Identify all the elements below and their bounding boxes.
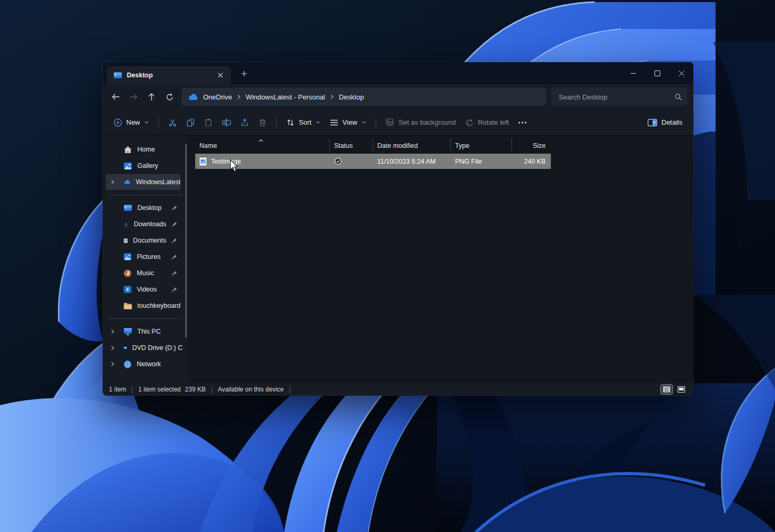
desktop-tab-icon [114, 72, 122, 79]
back-button[interactable] [107, 88, 125, 106]
details-view-toggle[interactable] [661, 385, 672, 394]
sidebar-item-dvd-drive[interactable]: DVD Drive (D:) C [106, 340, 183, 356]
column-header-status[interactable]: Status [330, 138, 373, 153]
paste-button[interactable] [199, 113, 217, 132]
breadcrumb-onedrive[interactable]: OneDrive [203, 93, 232, 101]
file-explorer-window: Desktop [103, 62, 693, 396]
expand-chevron-icon[interactable] [110, 345, 115, 350]
sidebar-item-videos[interactable]: Videos [106, 282, 183, 297]
more-options-button[interactable] [514, 113, 531, 132]
column-header-size[interactable]: Size [512, 138, 551, 153]
file-name-cell[interactable]: Testimage [195, 154, 330, 169]
tab-close-icon[interactable] [214, 69, 227, 82]
breadcrumb-chevron-icon[interactable] [237, 94, 241, 99]
minimize-button[interactable] [621, 62, 645, 84]
new-plus-icon [114, 118, 122, 127]
sort-ascending-icon[interactable] [258, 137, 264, 144]
file-date-cell: 11/10/2023 5:24 AM [373, 154, 451, 169]
sidebar-item-label: touchkeyboard [137, 302, 180, 309]
delete-button[interactable] [254, 113, 271, 132]
sidebar-item-label: Desktop [137, 204, 162, 212]
set-as-background-label: Set as background [399, 118, 456, 126]
column-header-date-modified[interactable]: Date modified [373, 138, 451, 153]
expand-chevron-icon[interactable] [110, 329, 115, 334]
refresh-button[interactable] [160, 88, 178, 106]
this-pc-icon [124, 328, 132, 335]
expand-chevron-icon[interactable] [110, 179, 115, 185]
breadcrumb-chevron-icon[interactable] [330, 94, 334, 99]
sidebar-item-home[interactable]: Home [106, 142, 183, 157]
toolbar-divider [376, 117, 376, 128]
sidebar-item-touchkeyboard[interactable]: touchkeyboard [106, 298, 183, 314]
column-header-type[interactable]: Type [451, 138, 512, 153]
sidebar-item-gallery[interactable]: Gallery [106, 158, 183, 174]
title-bar[interactable]: Desktop [103, 62, 693, 84]
expand-chevron-icon[interactable] [110, 362, 115, 367]
rotate-left-button[interactable]: Rotate left [460, 113, 514, 132]
navigation-pane: Home Gallery WindowsLatest Desktop [103, 136, 188, 383]
new-button[interactable]: New [109, 113, 154, 132]
breadcrumb-account[interactable]: WindowsLatest - Personal [246, 93, 325, 101]
view-toggles [661, 385, 687, 394]
rename-button[interactable] [217, 113, 236, 132]
sidebar-item-label: Pictures [137, 253, 160, 260]
dvd-drive-icon [124, 345, 127, 351]
sort-button[interactable]: Sort [281, 113, 325, 132]
breadcrumb-desktop[interactable]: Desktop [339, 93, 364, 101]
cut-button[interactable] [164, 113, 182, 132]
sidebar-item-downloads[interactable]: Downloads [106, 216, 183, 232]
more-icon [518, 122, 527, 124]
music-icon [124, 269, 132, 277]
share-button[interactable] [236, 113, 254, 132]
sort-icon [286, 118, 295, 127]
large-icons-view-toggle[interactable] [676, 385, 687, 394]
sidebar-item-desktop[interactable]: Desktop [106, 200, 183, 216]
tab-desktop[interactable]: Desktop [107, 66, 231, 84]
sidebar-item-label: DVD Drive (D:) C [132, 344, 183, 352]
column-header-name[interactable]: Name [195, 138, 330, 153]
search-placeholder: Search Desktop [559, 93, 608, 101]
sidebar-item-network[interactable]: Network [106, 356, 183, 372]
column-header-label: Status [334, 142, 353, 149]
close-button[interactable] [669, 62, 693, 84]
set-as-background-button[interactable]: Set as background [381, 113, 460, 132]
copy-button[interactable] [182, 113, 199, 132]
details-view-icon [663, 386, 670, 393]
copy-icon [186, 118, 195, 127]
pin-icon [172, 287, 183, 293]
details-button[interactable]: Details [643, 113, 687, 132]
status-item-count: 1 item [109, 386, 126, 393]
details-button-label: Details [661, 118, 682, 126]
network-icon [124, 360, 132, 368]
forward-button[interactable] [125, 88, 143, 106]
breadcrumb[interactable]: OneDrive WindowsLatest - Personal Deskto… [182, 88, 546, 106]
search-input[interactable]: Search Desktop [551, 88, 687, 106]
sidebar-item-documents[interactable]: Documents [106, 233, 183, 248]
plus-icon [241, 71, 247, 77]
cut-icon [168, 118, 177, 127]
mouse-cursor [230, 159, 239, 172]
rotate-left-label: Rotate left [478, 118, 509, 126]
file-list-pane: Name Status Date modified Type Size [188, 136, 693, 383]
sidebar-item-music[interactable]: Music [106, 265, 183, 281]
maximize-button[interactable] [645, 62, 669, 84]
desktop-folder-icon [124, 205, 132, 212]
view-icon [330, 119, 338, 126]
status-divider: | [132, 386, 133, 393]
close-icon [679, 71, 685, 76]
sidebar-scrollbar[interactable] [185, 144, 187, 338]
rename-icon [222, 118, 231, 127]
file-row-testimage[interactable]: Testimage 11/10/2023 5:24 AM PNG File 24… [195, 154, 551, 169]
new-tab-button[interactable] [236, 66, 252, 82]
up-button[interactable] [143, 88, 160, 106]
sidebar-item-pictures[interactable]: Pictures [106, 249, 183, 265]
png-file-icon [199, 157, 207, 166]
sidebar-item-label: Home [137, 146, 155, 153]
column-header-label: Name [199, 142, 217, 149]
view-button[interactable]: View [325, 113, 371, 132]
sidebar-item-windowslatest-onedrive[interactable]: WindowsLatest [106, 174, 180, 190]
share-icon [240, 118, 249, 127]
sidebar-item-this-pc[interactable]: This PC [106, 324, 183, 339]
large-icons-view-icon [678, 386, 685, 393]
file-status-cell [330, 154, 373, 169]
